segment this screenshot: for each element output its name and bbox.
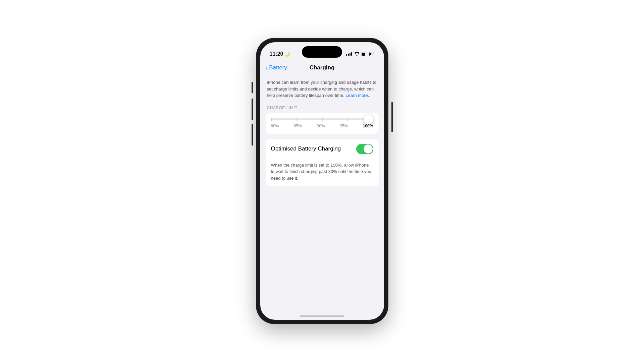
wifi-icon [354, 51, 360, 57]
content-area: iPhone can learn from your charging and … [260, 75, 384, 189]
back-label: Battery [269, 64, 287, 71]
learn-more-link[interactable]: Learn more... [345, 93, 371, 98]
slider-label-80: 80% [271, 124, 279, 128]
battery-indicator: 33 [362, 52, 374, 56]
home-indicator[interactable] [300, 315, 344, 317]
page-title: Charging [310, 64, 335, 71]
chevron-left-icon: ‹ [266, 64, 268, 71]
toggle-knob [364, 144, 373, 154]
nav-header: ‹ Battery Charging [260, 60, 384, 75]
slider-tick-85 [297, 118, 297, 121]
charge-limit-slider[interactable] [271, 118, 373, 120]
slider-track [271, 118, 373, 120]
back-button[interactable]: ‹ Battery [266, 64, 287, 71]
slider-tick-95 [347, 118, 348, 121]
slider-tick-80 [271, 118, 272, 121]
phone-screen: 11:20 🌙 [260, 42, 384, 320]
description-text: iPhone can learn from your charging and … [266, 79, 379, 99]
slider-label-100: 100% [363, 124, 373, 128]
signal-icon [346, 52, 352, 56]
battery-icon [362, 52, 370, 56]
power-button[interactable] [391, 102, 393, 132]
time-display: 11:20 [270, 51, 283, 57]
volume-up-button[interactable] [252, 99, 253, 120]
slider-label-85: 85% [294, 124, 302, 128]
status-bar: 11:20 🌙 [260, 42, 384, 60]
slider-label-90: 90% [317, 124, 325, 128]
slider-labels: 80% 85% 90% 95% 100% [271, 124, 373, 128]
optimised-charging-card: Optimised Battery Charging When the char… [266, 139, 379, 186]
charge-limit-card: 80% 85% 90% 95% 100% [266, 113, 379, 134]
moon-icon: 🌙 [284, 52, 290, 57]
battery-fill [362, 53, 365, 56]
optimised-charging-toggle[interactable] [356, 144, 373, 154]
status-time: 11:20 🌙 [270, 51, 290, 57]
charge-limit-label: CHARGE LIMIT [266, 106, 379, 110]
slider-thumb[interactable] [364, 115, 373, 124]
volume-down-button[interactable] [252, 124, 253, 145]
slider-label-95: 95% [340, 124, 348, 128]
status-indicators: 33 [346, 51, 374, 57]
slider-tick-90 [322, 118, 323, 121]
dynamic-island [302, 46, 342, 58]
optimised-charging-description: When the charge limit is set to 100%, al… [266, 159, 379, 186]
mute-button[interactable] [252, 82, 253, 93]
optimised-charging-row: Optimised Battery Charging [266, 139, 379, 159]
optimised-charging-label: Optimised Battery Charging [271, 145, 341, 152]
phone-frame: 11:20 🌙 [256, 38, 388, 324]
